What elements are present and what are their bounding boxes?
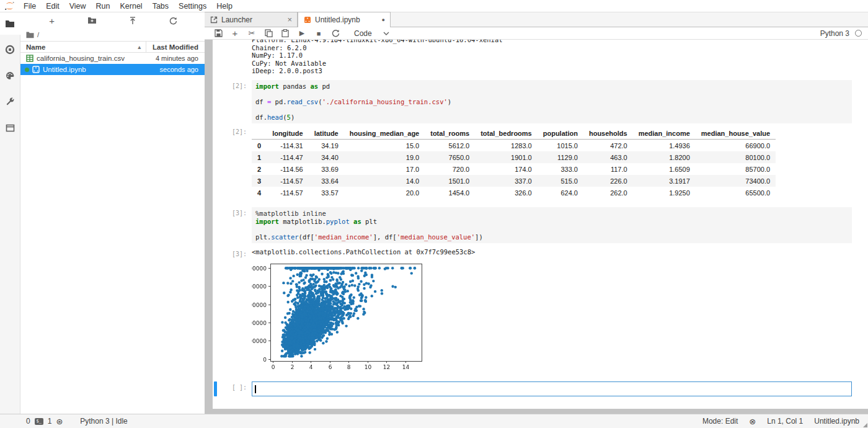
- menu-view[interactable]: View: [64, 2, 91, 11]
- upload-icon[interactable]: [126, 15, 139, 26]
- column-modified-header[interactable]: Last Modified: [146, 42, 205, 52]
- output-prompt: [217, 257, 252, 375]
- scatter-plot-image: [252, 261, 427, 373]
- code-cell-2[interactable]: [2]: import pandas as pd df = pd.read_cs…: [213, 80, 852, 124]
- status-bar: 0 $_ 1 ⊛ Python 3 | Idle Mode: Edit ⊗ Ln…: [0, 414, 868, 428]
- menu-help[interactable]: Help: [211, 2, 237, 11]
- command-palette-icon[interactable]: [0, 65, 20, 87]
- kernel-status-icon[interactable]: [855, 30, 862, 37]
- add-cell-button[interactable]: +: [229, 28, 241, 39]
- jupyter-logo-icon: [0, 1, 19, 11]
- repr-output: <matplotlib.collections.PathCollection a…: [252, 248, 852, 257]
- text-output: Platform: Linux-4.9.184-linuxkit-x86_64-…: [252, 40, 852, 75]
- csv-file-icon: [26, 55, 33, 62]
- kernel-sessions-icon: ⊛: [56, 417, 63, 426]
- file-row-notebook[interactable]: Untitled.ipynb seconds ago: [20, 64, 205, 75]
- tab-launcher[interactable]: Launcher ×: [205, 12, 298, 27]
- menu-kernel[interactable]: Kernel: [115, 2, 148, 11]
- new-launcher-button[interactable]: +: [46, 15, 58, 26]
- kernel-status-text[interactable]: Python 3 | Idle: [80, 417, 128, 426]
- file-browser-toolbar: +: [20, 12, 205, 29]
- cell-type-dropdown[interactable]: Code: [352, 29, 392, 38]
- text-cursor: [255, 385, 256, 393]
- cut-cells-button[interactable]: ✂: [246, 28, 258, 39]
- interrupt-kernel-button[interactable]: ■: [312, 28, 325, 39]
- menu-edit[interactable]: Edit: [41, 2, 64, 11]
- dock-background: Platform: Linux-4.9.184-linuxkit-x86_64-…: [205, 40, 868, 414]
- code-editor[interactable]: import pandas as pd df = pd.read_csv('./…: [252, 80, 852, 124]
- empty-code-cell[interactable]: [ ]:: [213, 381, 852, 396]
- running-sessions-icon[interactable]: [0, 38, 20, 61]
- output-prompt: [217, 40, 252, 75]
- close-icon[interactable]: ×: [287, 15, 292, 24]
- terminal-icon: $_: [35, 418, 43, 425]
- new-folder-button[interactable]: [86, 15, 99, 26]
- menu-tabs[interactable]: Tabs: [148, 2, 174, 11]
- folder-icon: [26, 32, 34, 38]
- notebook-panel[interactable]: Platform: Linux-4.9.184-linuxkit-x86_64-…: [213, 40, 868, 409]
- open-tabs-icon[interactable]: [0, 117, 20, 139]
- active-file-name: Untitled.ipynb: [814, 417, 859, 426]
- extension-manager-icon[interactable]: [0, 91, 20, 113]
- kernel-running-dot: [25, 68, 29, 72]
- file-browser-icon[interactable]: [0, 12, 20, 35]
- menubar: File Edit View Run Kernel Tabs Settings …: [0, 0, 868, 12]
- output-prompt: [3]:: [217, 248, 252, 257]
- cursor-position[interactable]: Ln 1, Col 1: [767, 417, 803, 426]
- output-cell-3: [3]: <matplotlib.collections.PathCollect…: [213, 248, 852, 257]
- refresh-icon[interactable]: [167, 15, 179, 26]
- copy-cells-button[interactable]: [262, 28, 275, 39]
- notebook-toolbar: + ✂ ▶ ■ Code Python 3: [205, 27, 868, 40]
- sort-ascending-icon: ▴: [138, 44, 141, 50]
- file-browser-panel: + / Name ▴ Last Modified: [20, 12, 205, 414]
- code-editor-focused[interactable]: [252, 381, 852, 396]
- notebook-file-icon: [304, 16, 311, 24]
- paste-cells-button[interactable]: [279, 28, 291, 39]
- file-row-csv[interactable]: california_housing_train.csv 4 minutes a…: [20, 53, 205, 64]
- output-prompt: [2]:: [217, 126, 252, 198]
- cell-output-versions: Platform: Linux-4.9.184-linuxkit-x86_64-…: [213, 40, 852, 75]
- run-cell-button[interactable]: ▶: [296, 28, 308, 39]
- code-editor[interactable]: %matplotlib inlineimport matplotlib.pypl…: [252, 207, 852, 243]
- main-dock-area: Launcher × Untitled.ipynb ● + ✂: [205, 12, 868, 414]
- input-prompt: [2]:: [217, 80, 252, 124]
- input-prompt: [ ]:: [217, 381, 252, 396]
- kernel-name-button[interactable]: Python 3: [820, 29, 849, 38]
- dataframe-table: longitudelatitudehousing_median_agetotal…: [252, 127, 776, 198]
- tab-notebook[interactable]: Untitled.ipynb ●: [298, 12, 391, 27]
- menu-file[interactable]: File: [19, 2, 41, 11]
- file-modified: 4 minutes ago: [136, 55, 205, 62]
- menu-run[interactable]: Run: [91, 2, 115, 11]
- kernels-count[interactable]: 1: [48, 417, 52, 426]
- breadcrumb[interactable]: /: [20, 29, 205, 41]
- save-button[interactable]: [212, 28, 224, 39]
- output-cell-2: [2]: longitudelatitudehousing_median_age…: [213, 126, 852, 198]
- activity-bar: [0, 12, 20, 414]
- menu-settings[interactable]: Settings: [174, 2, 211, 11]
- plot-output-cell: [213, 257, 852, 375]
- notebook-file-icon: [32, 66, 40, 73]
- column-name-header[interactable]: Name ▴: [20, 43, 146, 51]
- resize-grip[interactable]: [863, 423, 867, 427]
- terminals-count[interactable]: 0: [26, 417, 30, 426]
- restart-kernel-button[interactable]: [329, 28, 342, 39]
- launcher-icon: [210, 16, 218, 24]
- notifications-icon[interactable]: ⊗: [749, 417, 756, 426]
- unsaved-dot-icon[interactable]: ●: [382, 17, 385, 23]
- tab-bar: Launcher × Untitled.ipynb ●: [205, 12, 868, 27]
- input-prompt: [3]:: [217, 207, 252, 243]
- chevron-down-icon: [383, 32, 389, 35]
- file-list-header: Name ▴ Last Modified: [20, 41, 205, 53]
- file-modified: seconds ago: [136, 66, 205, 73]
- code-cell-3[interactable]: [3]: %matplotlib inlineimport matplotlib…: [213, 207, 852, 243]
- mode-indicator[interactable]: Mode: Edit: [702, 417, 738, 426]
- breadcrumb-root[interactable]: /: [37, 31, 39, 38]
